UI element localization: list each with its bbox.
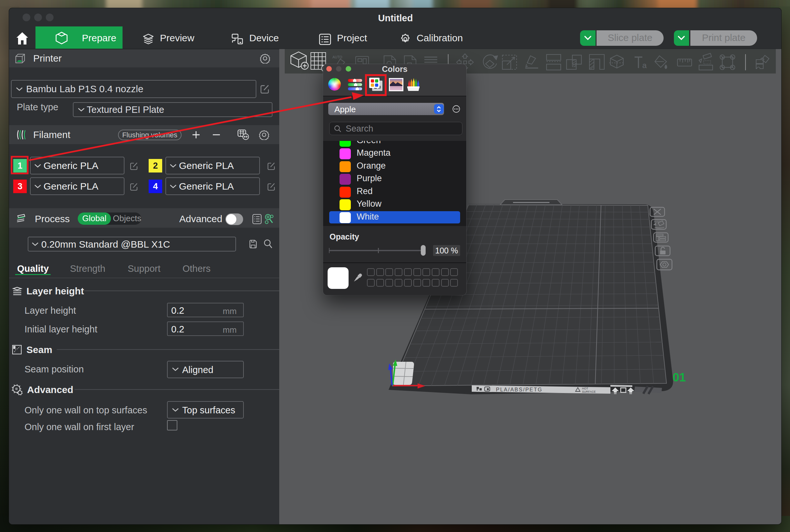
svg-text:PLA/ABS/PETG: PLA/ABS/PETG (496, 387, 543, 393)
svg-text:AUTO: AUTO (333, 55, 342, 59)
svg-text:HOT: HOT (582, 387, 588, 390)
svg-text:SURFACE: SURFACE (582, 390, 596, 393)
svg-text:a: a (642, 61, 647, 70)
svg-text:01: 01 (673, 371, 686, 384)
